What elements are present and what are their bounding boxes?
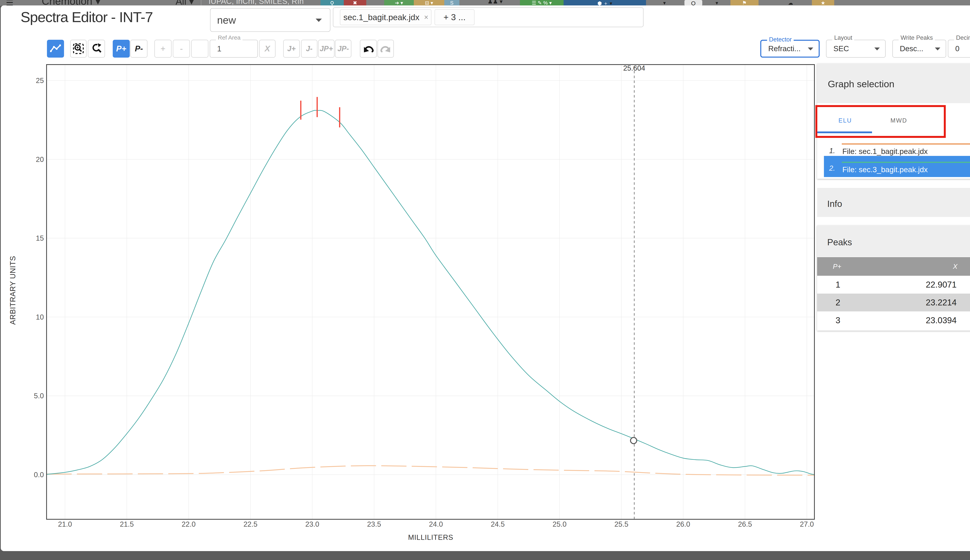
svg-text:22.5: 22.5 [244, 520, 257, 528]
svg-text:21.0: 21.0 [58, 520, 72, 528]
svg-text:26.0: 26.0 [676, 520, 690, 528]
svg-text:MILLILITERS: MILLILITERS [408, 533, 453, 542]
svg-text:24.0: 24.0 [429, 520, 443, 528]
svg-text:22.0: 22.0 [182, 520, 195, 528]
svg-text:5.0: 5.0 [34, 392, 44, 400]
svg-text:0.0: 0.0 [34, 471, 44, 479]
svg-text:25.5: 25.5 [614, 520, 628, 528]
svg-text:25: 25 [36, 77, 44, 85]
svg-text:26.5: 26.5 [738, 520, 752, 528]
svg-text:24.5: 24.5 [491, 520, 505, 528]
svg-text:23.5: 23.5 [367, 520, 381, 528]
svg-text:27.0: 27.0 [800, 520, 814, 528]
svg-text:20: 20 [36, 155, 44, 163]
svg-text:25.604: 25.604 [623, 64, 645, 72]
svg-text:ARBITRARY UNITS: ARBITRARY UNITS [9, 256, 17, 325]
svg-text:21.5: 21.5 [120, 520, 134, 528]
svg-text:10: 10 [36, 313, 44, 321]
svg-text:25.0: 25.0 [553, 520, 566, 528]
svg-text:23.0: 23.0 [306, 520, 319, 528]
svg-text:15: 15 [36, 234, 44, 242]
